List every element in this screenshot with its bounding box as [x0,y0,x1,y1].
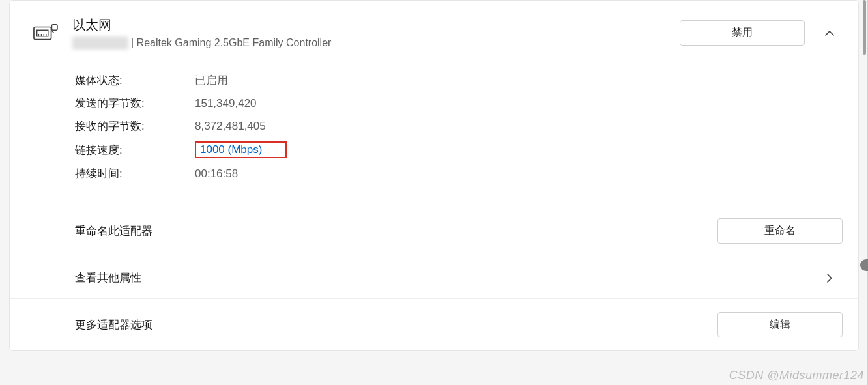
adapter-title: 以太网 [72,16,680,34]
more-options-label: 更多适配器选项 [75,317,717,332]
disable-button[interactable]: 禁用 [680,20,805,46]
duration-row: 持续时间: 00:16:58 [75,166,843,181]
link-speed-value: 1000 (Mbps) [195,141,287,158]
bytes-sent-label: 发送的字节数: [75,96,195,111]
link-speed-label: 链接速度: [75,143,195,158]
adapter-header: 以太网 | Realtek Gaming 2.5GbE Family Contr… [10,1,858,63]
side-handle-icon [860,259,868,271]
adapter-header-text: 以太网 | Realtek Gaming 2.5GbE Family Contr… [72,16,680,50]
bytes-received-label: 接收的字节数: [75,119,195,134]
rename-button[interactable]: 重命名 [717,218,843,244]
collapse-toggle[interactable] [817,27,843,39]
rename-label: 重命名此适配器 [75,223,717,238]
adapter-controller-name: | Realtek Gaming 2.5GbE Family Controlle… [131,37,331,49]
edit-button[interactable]: 编辑 [717,312,843,337]
duration-label: 持续时间: [75,166,195,181]
redacted-text [72,36,128,50]
media-state-label: 媒体状态: [75,73,195,88]
scrollbar-thumb[interactable] [863,0,866,55]
adapter-subtitle: | Realtek Gaming 2.5GbE Family Controlle… [72,36,680,50]
svg-rect-0 [34,27,51,39]
media-state-row: 媒体状态: 已启用 [75,73,843,88]
bytes-received-row: 接收的字节数: 8,372,481,405 [75,119,843,134]
view-properties-chevron [817,273,843,283]
rename-section: 重命名此适配器 重命名 [10,205,858,257]
chevron-up-icon [824,27,835,39]
view-properties-section[interactable]: 查看其他属性 [10,257,858,298]
link-speed-row: 链接速度: 1000 (Mbps) [75,141,843,158]
ethernet-icon [33,23,58,44]
duration-value: 00:16:58 [195,167,238,180]
view-properties-label: 查看其他属性 [75,270,817,285]
adapter-details: 媒体状态: 已启用 发送的字节数: 151,349,420 接收的字节数: 8,… [10,63,858,205]
chevron-right-icon [824,273,835,283]
more-options-section: 更多适配器选项 编辑 [10,298,858,350]
bytes-received-value: 8,372,481,405 [195,120,266,133]
network-adapter-panel: 以太网 | Realtek Gaming 2.5GbE Family Contr… [9,0,859,351]
bytes-sent-row: 发送的字节数: 151,349,420 [75,96,843,111]
bytes-sent-value: 151,349,420 [195,97,257,110]
watermark-text: CSDN @Midsummer124 [729,369,864,382]
media-state-value: 已启用 [195,73,228,88]
svg-rect-6 [52,24,58,30]
